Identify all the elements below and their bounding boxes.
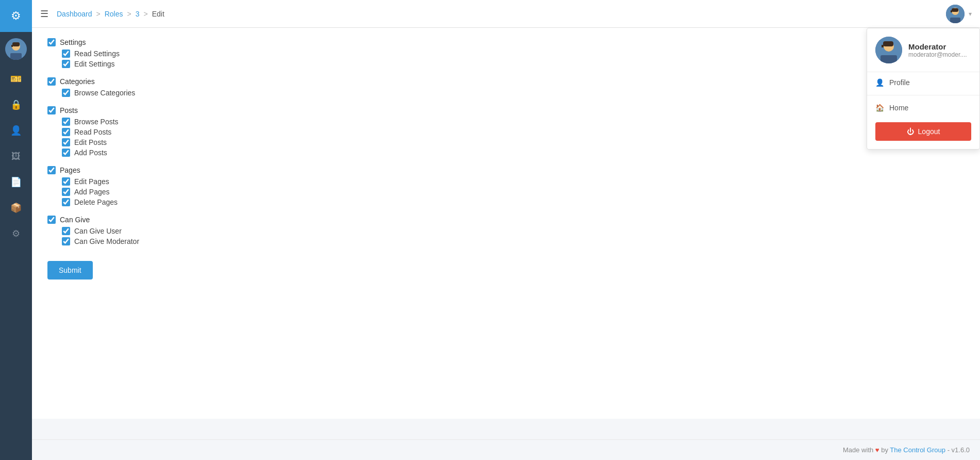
svg-rect-4 bbox=[12, 42, 20, 46]
edit-posts-label: Edit Posts bbox=[74, 138, 107, 146]
footer-version: v1.6.0 bbox=[952, 446, 970, 454]
add-posts-checkbox[interactable] bbox=[62, 149, 70, 157]
dropdown-username: Moderator bbox=[908, 42, 967, 51]
permission-item: Can Give User bbox=[62, 227, 965, 235]
ticket-icon: 🎫 bbox=[10, 73, 22, 85]
settings-label: Settings bbox=[60, 38, 86, 46]
topbar-avatar bbox=[946, 5, 965, 23]
svg-rect-10 bbox=[951, 10, 952, 12]
sidebar-avatar[interactable] bbox=[5, 38, 27, 60]
footer-made-with: Made with bbox=[843, 446, 873, 454]
cangive-items: Can Give User Can Give Moderator bbox=[62, 227, 965, 245]
posts-label: Posts bbox=[60, 106, 78, 114]
dropdown-profile-link[interactable]: 👤 Profile bbox=[867, 72, 979, 93]
files-icon: 📄 bbox=[10, 176, 22, 188]
svg-rect-2 bbox=[10, 53, 22, 60]
settings-section: Settings Read Settings Edit Settings bbox=[47, 38, 965, 68]
browse-categories-checkbox[interactable] bbox=[62, 89, 70, 97]
layers-icon: 📦 bbox=[10, 202, 22, 213]
svg-rect-9 bbox=[952, 8, 958, 12]
edit-settings-label: Edit Settings bbox=[74, 60, 115, 68]
posts-checkbox[interactable] bbox=[47, 106, 56, 114]
permission-item: Edit Settings bbox=[62, 60, 965, 68]
sidebar-logo[interactable]: ⚙ bbox=[0, 0, 32, 32]
cangive-moderator-checkbox[interactable] bbox=[62, 237, 70, 245]
user-icon: 👤 bbox=[10, 125, 22, 136]
settings-icon: ⚙ bbox=[12, 228, 20, 239]
permission-item: Browse Posts bbox=[62, 118, 965, 126]
categories-label: Categories bbox=[60, 77, 95, 86]
sidebar-item-user[interactable]: 👤 bbox=[0, 118, 32, 143]
sidebar: ⚙ 🎫 🔒 👤 🖼 📄 📦 ⚙ bbox=[0, 0, 32, 460]
breadcrumb-sep-3: > bbox=[143, 10, 147, 18]
permission-item: Edit Pages bbox=[62, 177, 965, 186]
svg-rect-5 bbox=[11, 45, 13, 47]
home-icon: 🏠 bbox=[875, 104, 884, 112]
submit-button[interactable]: Submit bbox=[47, 261, 93, 280]
cangive-section: Can Give Can Give User Can Give Moderato… bbox=[47, 216, 965, 245]
footer: Made with ♥ by The Control Group - v1.6.… bbox=[32, 439, 980, 460]
footer-company-link[interactable]: The Control Group bbox=[890, 446, 945, 454]
breadcrumb-current: Edit bbox=[152, 10, 164, 18]
permission-item: Edit Posts bbox=[62, 138, 965, 146]
profile-icon: 👤 bbox=[875, 78, 884, 87]
edit-pages-label: Edit Pages bbox=[74, 177, 109, 186]
settings-checkbox[interactable] bbox=[47, 38, 56, 46]
pages-section: Pages Edit Pages Add Pages Delete Pages bbox=[47, 166, 965, 206]
topbar-chevron: ▾ bbox=[969, 10, 972, 18]
cangive-user-label: Can Give User bbox=[74, 227, 122, 235]
read-posts-checkbox[interactable] bbox=[62, 128, 70, 136]
add-pages-label: Add Pages bbox=[74, 188, 110, 196]
categories-checkbox[interactable] bbox=[47, 77, 56, 86]
permission-item: Delete Pages bbox=[62, 198, 965, 206]
dropdown-user-info: Moderator moderator@moder.... bbox=[908, 42, 967, 58]
main-wrapper: ☰ Dashboard > Roles > 3 > Edit ▾ bbox=[32, 0, 980, 460]
permission-item: Add Posts bbox=[62, 149, 965, 157]
edit-posts-checkbox[interactable] bbox=[62, 138, 70, 146]
breadcrumb-id[interactable]: 3 bbox=[136, 10, 140, 18]
sidebar-item-tickets[interactable]: 🎫 bbox=[0, 66, 32, 92]
read-posts-label: Read Posts bbox=[74, 128, 111, 136]
logout-label: Logout bbox=[918, 127, 940, 136]
svg-rect-15 bbox=[882, 45, 884, 47]
edit-pages-checkbox[interactable] bbox=[62, 177, 70, 186]
lock-icon: 🔒 bbox=[10, 99, 22, 110]
sidebar-item-media[interactable]: 🖼 bbox=[0, 143, 32, 169]
pages-checkbox[interactable] bbox=[47, 166, 56, 174]
browse-posts-checkbox[interactable] bbox=[62, 118, 70, 126]
sidebar-item-layers[interactable]: 📦 bbox=[0, 195, 32, 221]
posts-items: Browse Posts Read Posts Edit Posts Add P… bbox=[62, 118, 965, 157]
svg-rect-14 bbox=[883, 41, 893, 46]
sidebar-item-files[interactable]: 📄 bbox=[0, 169, 32, 195]
cangive-header: Can Give bbox=[47, 216, 965, 224]
logout-button[interactable]: ⏻ Logout bbox=[875, 122, 971, 141]
power-icon: ⏻ bbox=[907, 127, 914, 136]
media-icon: 🖼 bbox=[11, 151, 21, 162]
sidebar-item-settings[interactable]: ⚙ bbox=[0, 221, 32, 247]
add-posts-label: Add Posts bbox=[74, 149, 107, 157]
categories-section: Categories Browse Categories bbox=[47, 77, 965, 97]
edit-settings-checkbox[interactable] bbox=[62, 60, 70, 68]
logo-icon: ⚙ bbox=[11, 9, 21, 23]
breadcrumb-dashboard[interactable]: Dashboard bbox=[57, 10, 92, 18]
read-settings-checkbox[interactable] bbox=[62, 50, 70, 58]
cangive-user-checkbox[interactable] bbox=[62, 227, 70, 235]
svg-rect-13 bbox=[881, 55, 897, 63]
browse-categories-label: Browse Categories bbox=[74, 89, 135, 97]
delete-pages-checkbox[interactable] bbox=[62, 198, 70, 206]
dropdown-profile-label: Profile bbox=[889, 78, 910, 87]
posts-header: Posts bbox=[47, 106, 965, 114]
cangive-checkbox[interactable] bbox=[47, 216, 56, 224]
topbar-menu-icon[interactable]: ☰ bbox=[40, 8, 48, 20]
pages-label: Pages bbox=[60, 166, 80, 174]
dropdown-home-link[interactable]: 🏠 Home bbox=[867, 97, 979, 118]
settings-items: Read Settings Edit Settings bbox=[62, 50, 965, 68]
read-settings-label: Read Settings bbox=[74, 50, 120, 58]
topbar-user-menu[interactable]: ▾ bbox=[946, 5, 972, 23]
sidebar-item-lock[interactable]: 🔒 bbox=[0, 92, 32, 118]
content-area: Settings Read Settings Edit Settings bbox=[32, 28, 980, 439]
permission-item: Read Posts bbox=[62, 128, 965, 136]
add-pages-checkbox[interactable] bbox=[62, 188, 70, 196]
delete-pages-label: Delete Pages bbox=[74, 198, 118, 206]
breadcrumb-roles[interactable]: Roles bbox=[105, 10, 123, 18]
